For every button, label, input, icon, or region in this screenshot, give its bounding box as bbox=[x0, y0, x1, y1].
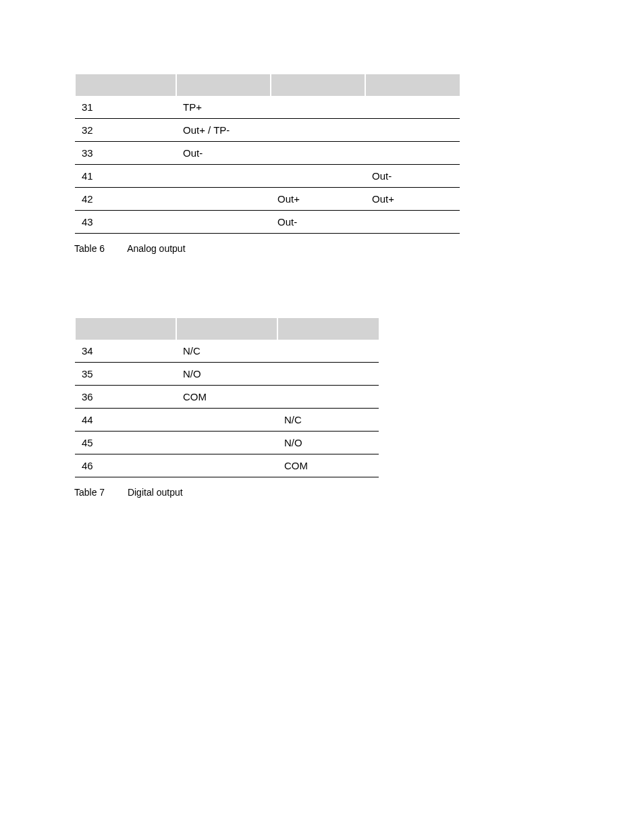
cell-pin: 36 bbox=[75, 386, 176, 409]
table-row: 32 Out+ / TP- bbox=[75, 119, 460, 142]
table-row: 34 N/C bbox=[75, 340, 379, 363]
caption-number: Table 7 bbox=[74, 487, 125, 498]
table-row: 33 Out- bbox=[75, 142, 460, 165]
cell-c2 bbox=[271, 119, 365, 142]
table-row: 41 Out- bbox=[75, 165, 460, 188]
cell-c3: Out+ bbox=[365, 188, 460, 211]
cell-c3 bbox=[365, 96, 460, 119]
cell-pin: 41 bbox=[75, 165, 176, 188]
table-header bbox=[75, 74, 460, 96]
cell-pin: 44 bbox=[75, 409, 176, 432]
table-analog-output: 31 TP+ 32 Out+ / TP- 33 Out- 41 bbox=[74, 74, 460, 234]
table-row: 31 TP+ bbox=[75, 96, 460, 119]
cell-c1: TP+ bbox=[176, 96, 271, 119]
cell-c2: Out+ bbox=[271, 188, 365, 211]
cell-c1: N/C bbox=[176, 340, 277, 363]
cell-c2: N/C bbox=[277, 409, 379, 432]
cell-c2: N/O bbox=[277, 432, 379, 454]
cell-c3: Out- bbox=[365, 165, 460, 188]
table-header bbox=[75, 318, 379, 340]
cell-pin: 45 bbox=[75, 432, 176, 454]
cell-pin: 34 bbox=[75, 340, 176, 363]
table-row: 45 N/O bbox=[75, 432, 379, 454]
table-caption: Table 6 Analog output bbox=[74, 243, 570, 254]
caption-text: Analog output bbox=[127, 243, 185, 254]
cell-c2 bbox=[277, 363, 379, 386]
cell-c1: N/O bbox=[176, 363, 277, 386]
cell-c1: COM bbox=[176, 386, 277, 409]
cell-c1: Out+ / TP- bbox=[176, 119, 271, 142]
cell-c3 bbox=[365, 142, 460, 165]
table-row: 43 Out- bbox=[75, 211, 460, 234]
cell-c2 bbox=[277, 386, 379, 409]
caption-text: Digital output bbox=[128, 487, 183, 498]
cell-c3 bbox=[365, 119, 460, 142]
cell-c1: Out- bbox=[176, 142, 271, 165]
cell-c2 bbox=[277, 340, 379, 363]
cell-pin: 42 bbox=[75, 188, 176, 211]
cell-pin: 43 bbox=[75, 211, 176, 234]
cell-pin: 33 bbox=[75, 142, 176, 165]
table-digital-output: 34 N/C 35 N/O 36 COM 44 N/C 45 bbox=[74, 318, 379, 477]
cell-c2 bbox=[271, 142, 365, 165]
table-row: 42 Out+ Out+ bbox=[75, 188, 460, 211]
cell-c2: COM bbox=[277, 454, 379, 477]
cell-pin: 31 bbox=[75, 96, 176, 119]
cell-c1 bbox=[176, 454, 277, 477]
cell-pin: 32 bbox=[75, 119, 176, 142]
cell-c3 bbox=[365, 211, 460, 234]
cell-c2 bbox=[271, 96, 365, 119]
table-row: 44 N/C bbox=[75, 409, 379, 432]
cell-pin: 46 bbox=[75, 454, 176, 477]
cell-c1 bbox=[176, 432, 277, 454]
table-row: 46 COM bbox=[75, 454, 379, 477]
cell-c2: Out- bbox=[271, 211, 365, 234]
cell-pin: 35 bbox=[75, 363, 176, 386]
table-caption: Table 7 Digital output bbox=[74, 487, 570, 498]
cell-c2 bbox=[271, 165, 365, 188]
cell-c1 bbox=[176, 409, 277, 432]
cell-c1 bbox=[176, 211, 271, 234]
caption-number: Table 6 bbox=[74, 243, 125, 254]
table-row: 36 COM bbox=[75, 386, 379, 409]
table-row: 35 N/O bbox=[75, 363, 379, 386]
cell-c1 bbox=[176, 188, 271, 211]
cell-c1 bbox=[176, 165, 271, 188]
